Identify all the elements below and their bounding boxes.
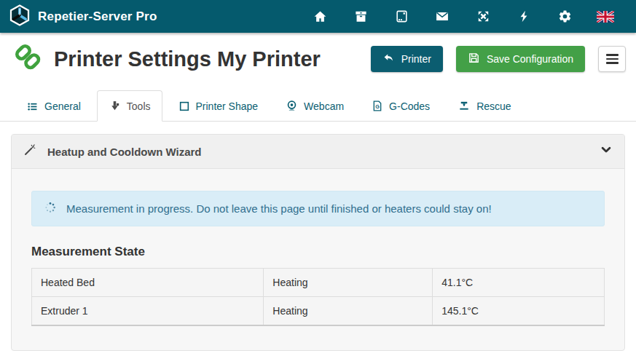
save-configuration-button[interactable]: Save Configuration	[456, 46, 585, 72]
heatup-wizard-panel: Heatup and Cooldown Wizard Measurement i…	[11, 134, 625, 351]
measurement-state-heading: Measurement State	[31, 245, 605, 259]
home-icon[interactable]	[299, 0, 340, 33]
printer-box-icon[interactable]	[340, 0, 381, 33]
svg-text:G: G	[375, 103, 380, 110]
navbar-icons	[299, 0, 626, 33]
tab-tools[interactable]: Tools	[97, 90, 162, 122]
back-arrow-icon	[382, 52, 395, 66]
more-menu-button[interactable]	[598, 46, 626, 72]
top-navbar: Repetier-Server Pro	[0, 0, 636, 33]
tab-printer-shape[interactable]: Printer Shape	[167, 91, 270, 122]
alert-text: Measurement in progress. Do not leave th…	[66, 202, 492, 215]
repetier-logo-icon	[9, 4, 31, 29]
brand-title: Repetier-Server Pro	[38, 9, 157, 24]
page-header: Printer Settings My Printer Printer Save…	[0, 33, 636, 80]
tab-general[interactable]: General	[15, 91, 93, 122]
heater-name-cell: Extruder 1	[32, 297, 264, 326]
fullscreen-icon[interactable]	[463, 0, 503, 33]
tab-gcodes[interactable]: G G-Codes	[360, 90, 441, 122]
header-buttons: Printer Save Configuration	[371, 46, 626, 72]
magic-wand-icon	[23, 143, 36, 159]
printer-button[interactable]: Printer	[371, 46, 443, 72]
tab-rescue[interactable]: Rescue	[446, 90, 522, 122]
panel-title: Heatup and Cooldown Wizard	[47, 146, 202, 158]
settings-gear-icon[interactable]	[544, 0, 585, 33]
settings-tabs: General Tools Printer Shape Webcam G G-C…	[0, 83, 636, 122]
print-queue-icon[interactable]	[381, 0, 422, 33]
table-row: Extruder 1 Heating 145.1°C	[32, 297, 605, 326]
chain-link-icon	[13, 42, 44, 76]
heater-state-cell: Heating	[264, 297, 433, 326]
brand[interactable]: Repetier-Server Pro	[9, 4, 157, 29]
language-flag-uk-icon[interactable]	[585, 0, 626, 33]
tab-webcam[interactable]: Webcam	[274, 90, 356, 122]
hamburger-icon	[606, 54, 619, 64]
heater-temp-cell: 145.1°C	[433, 297, 605, 326]
spinner-icon	[44, 201, 57, 216]
save-floppy-icon	[468, 52, 480, 66]
heater-state-cell: Heating	[264, 269, 433, 297]
measurement-progress-alert: Measurement in progress. Do not leave th…	[31, 191, 605, 226]
heater-temp-cell: 41.1°C	[433, 269, 605, 297]
messages-icon[interactable]	[422, 0, 463, 33]
page-title: Printer Settings My Printer	[54, 47, 321, 71]
table-row: Heated Bed Heating 41.1°C	[32, 269, 605, 297]
connection-bolt-icon[interactable]	[503, 0, 544, 33]
panel-header[interactable]: Heatup and Cooldown Wizard	[12, 135, 624, 169]
chevron-down-icon[interactable]	[600, 145, 613, 158]
measurement-state-table: Heated Bed Heating 41.1°C Extruder 1 Hea…	[31, 268, 605, 326]
heater-name-cell: Heated Bed	[32, 269, 264, 297]
panel-body: Measurement in progress. Do not leave th…	[12, 169, 624, 341]
